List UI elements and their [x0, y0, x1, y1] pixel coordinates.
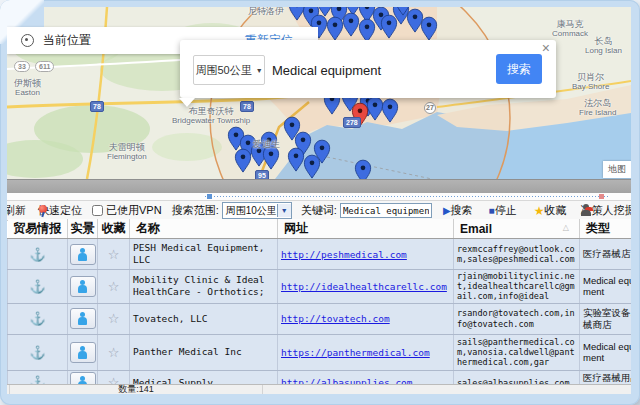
website-link[interactable]: http://peshmedical.com	[281, 249, 407, 260]
trade-intel-anchor-icon[interactable]: ⚓	[29, 247, 45, 262]
scrollbar-thumb[interactable]	[207, 194, 212, 199]
person-icon	[77, 248, 88, 261]
search-range-label: 搜索范围:	[172, 203, 219, 218]
vpn-checkbox[interactable]	[92, 205, 103, 216]
map-place-label: 尼特洛伊	[248, 7, 284, 17]
type-cell: 实验室设备,器械商店	[580, 303, 632, 334]
table-row[interactable]: ⚓☆PESH Medical Equipment, LLChttp://pesh…	[8, 239, 632, 270]
map-place-label: 布里奇沃特Bridgewater Township	[172, 107, 250, 126]
road-shield: 78	[240, 101, 254, 112]
favorite-star-icon[interactable]: ☆	[108, 247, 120, 262]
trade-intel-anchor-icon[interactable]: ⚓	[29, 311, 45, 326]
chevron-down-icon: ▼	[256, 67, 263, 74]
type-cell: 医疗器械店	[580, 239, 632, 270]
sort-indicator-icon: △	[563, 223, 569, 232]
refresh-button[interactable]: 刷新	[7, 203, 26, 218]
person-icon	[77, 280, 88, 293]
column-header-2[interactable]: 实景	[68, 219, 98, 239]
type-cell: Medical equipment	[580, 334, 632, 370]
results-table: 贸易情报实景收藏名称网址Email△类型 ⚓☆PESH Medical Equi…	[7, 219, 631, 394]
map-canvas[interactable]: 尼特洛伊康马克Commack长岛Long Islan贝肖尔Bay Shore法尔…	[7, 7, 631, 179]
map-place-label: 法尔岛Fire Island	[579, 99, 616, 118]
company-name: PESH Medical Equipment, LLC	[130, 239, 278, 270]
table-horizontal-scrollbar[interactable]	[7, 193, 631, 200]
road-shield: 33	[14, 61, 30, 72]
location-target-icon	[21, 34, 34, 47]
company-name: Panther Medical Inc	[130, 334, 278, 370]
website-link[interactable]: http://idealhealthcarellc.com	[281, 281, 447, 292]
column-header-7[interactable]: 类型	[580, 219, 632, 239]
column-header-3[interactable]: 收藏	[98, 219, 130, 239]
search-button[interactable]: 搜索	[451, 203, 473, 218]
map-search-button[interactable]: 搜索	[496, 54, 542, 84]
column-header-1[interactable]: 贸易情报	[8, 219, 68, 239]
table-row[interactable]: ⚓☆Tovatech, LLChttp://tovatech.comrsando…	[8, 303, 632, 334]
website-link[interactable]: http://tovatech.com	[281, 313, 390, 324]
table-row[interactable]: ⚓☆Mobility Clinic & Ideal HealthCare - O…	[8, 270, 632, 304]
map-place-label: 康马克Commack	[552, 20, 588, 39]
road-shield: 611	[35, 61, 54, 72]
website-link[interactable]: https://panthermedical.com	[281, 347, 430, 358]
scrollbar-track[interactable]	[205, 196, 610, 197]
vpn-label: 已使用VPN	[106, 203, 162, 218]
chevron-down-icon[interactable]: ▼	[277, 204, 291, 217]
table-row[interactable]: ⚓☆Panther Medical Inchttps://panthermedi…	[8, 334, 632, 370]
street-view-button[interactable]	[70, 244, 96, 265]
map-place-label: 夫雷明顿Flemington	[107, 143, 147, 162]
map-search-popup: × 周围50公里 ▼ 搜索	[180, 40, 556, 98]
radius-dropdown[interactable]: 周围50公里 ▼	[193, 55, 265, 85]
stop-button[interactable]: 停止	[495, 203, 517, 218]
column-header-6[interactable]: Email△	[454, 219, 580, 239]
result-count: 数量:141	[9, 385, 263, 394]
road-shield: 27	[424, 102, 436, 114]
column-header-5[interactable]: 网址	[278, 219, 454, 239]
favorite-button[interactable]: 收藏	[544, 203, 566, 218]
map-place-label: 贝肖尔Bay Shore	[572, 73, 609, 92]
keyword-input[interactable]	[340, 203, 432, 218]
email-cell: rjain@mobilityclinic.net,idealhealthcare…	[454, 270, 580, 304]
star-icon: ★	[534, 204, 545, 218]
app-window: 尼特洛伊康马克Commack长岛Long Islan贝肖尔Bay Shore法尔…	[0, 0, 640, 405]
email-cell: rexmccaffrey@outlook.com,sales@peshmedic…	[454, 239, 580, 270]
window-content: 尼特洛伊康马克Commack长岛Long Islan贝肖尔Bay Shore法尔…	[7, 7, 631, 394]
map-type-button[interactable]: 地图	[603, 161, 631, 178]
company-name: Tovatech, LLC	[130, 303, 278, 334]
person-icon	[77, 312, 88, 325]
popup-tail	[179, 98, 195, 107]
type-cell: Medical equipment	[580, 270, 632, 304]
map-place-label: 爱迪生	[253, 140, 280, 150]
street-view-button[interactable]	[70, 276, 96, 297]
map-place-label: 长岛Long Islan	[585, 37, 622, 56]
scrollbar-arrow[interactable]	[599, 194, 604, 199]
map-place-label: 伊斯顿Easton	[14, 79, 41, 98]
current-location-label: 当前位置	[43, 32, 91, 49]
favorite-star-icon[interactable]: ☆	[108, 311, 120, 326]
map-search-input[interactable]	[270, 55, 486, 85]
company-name: Mobility Clinic & Ideal HealthCare - Ort…	[130, 270, 278, 304]
close-icon[interactable]: ×	[542, 41, 550, 55]
email-cell: rsandor@tovatech.com,info@tovatech.com	[454, 303, 580, 334]
trade-intel-anchor-icon[interactable]: ⚓	[29, 279, 45, 294]
road-shield: 78	[90, 101, 104, 112]
street-view-button[interactable]	[70, 308, 96, 329]
toolbar: 刷新 快速定位 已使用VPN 搜索范围: 周围10公里 ▼ 关键词: ▶ 搜索 …	[7, 200, 631, 221]
email-cell: sails@panthermedical.com,vanosia.caldwel…	[454, 334, 580, 370]
column-header-4[interactable]: 名称	[130, 219, 278, 239]
favorite-star-icon[interactable]: ☆	[108, 345, 120, 360]
search-range-dropdown[interactable]: 周围10公里 ▼	[222, 202, 292, 219]
radius-value: 周围50公里	[195, 63, 251, 78]
status-bar: 数量:141	[7, 384, 631, 394]
table-header-row: 贸易情报实景收藏名称网址Email△类型	[8, 219, 632, 239]
search-range-value: 周围10公里	[223, 204, 277, 218]
person-icon	[77, 346, 88, 359]
favorite-star-icon[interactable]: ☆	[108, 279, 120, 294]
play-icon: ▶	[443, 205, 451, 216]
keyword-label: 关键词:	[301, 203, 337, 218]
road-shield: 278	[343, 117, 361, 128]
road-shield: 95	[255, 170, 269, 179]
street-view-button[interactable]	[70, 342, 96, 363]
trade-intel-anchor-icon[interactable]: ⚓	[29, 345, 45, 360]
map-horizontal-scrollbar[interactable]	[7, 179, 631, 194]
